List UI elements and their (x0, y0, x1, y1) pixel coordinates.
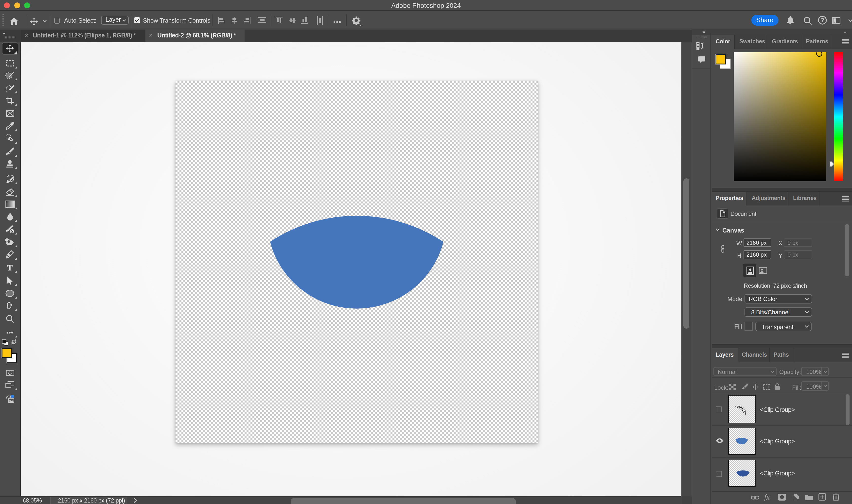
svg-text:?: ? (820, 17, 824, 23)
